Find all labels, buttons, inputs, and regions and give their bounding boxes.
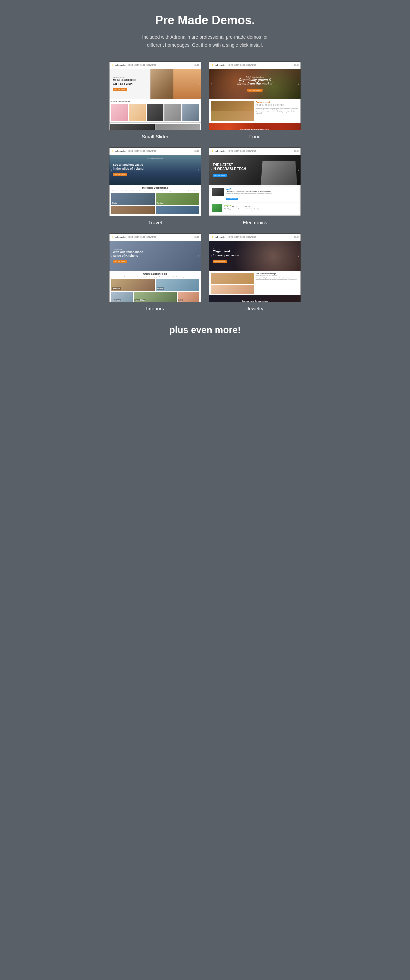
ss-product-3[interactable] xyxy=(147,104,163,121)
travel-hero: The rugged beauty of Kerry See an ancien… xyxy=(109,155,201,185)
interiors-grid2: Bathroom Home Office Kids xyxy=(111,292,199,302)
travel-hero-btn[interactable]: GET THE THEME! xyxy=(113,173,127,177)
demo-screenshot-jewelry[interactable]: ⚡ adrenalin HOME SHOP BLOG SHOWCASE $0.0… xyxy=(209,233,301,302)
nav-links: HOME SHOP BLOG SHOWCASE xyxy=(128,64,156,66)
demo-item-electronics: ⚡ adrenalin HOME SHOP BLOG SHOWCASE $0.0… xyxy=(209,147,301,225)
food-arrow-right[interactable]: › xyxy=(298,81,299,87)
travel-dest-item2[interactable] xyxy=(156,206,199,214)
int-kitchen[interactable]: Kitchen xyxy=(156,279,199,291)
ss-arrow-right[interactable]: › xyxy=(198,81,199,87)
interiors-hero-text: Cook in style With our Italian maderange… xyxy=(113,248,143,264)
jwl-nav-logo: ⚡ adrenalin xyxy=(211,235,225,238)
plus-more: plus even more! xyxy=(169,325,241,335)
interiors-grid: Bedroom Kitchen xyxy=(111,279,199,291)
demo-screenshot-small-slider[interactable]: ⚡ adrenalin HOME SHOP BLOG SHOWCASE $0.0… xyxy=(109,61,201,130)
ss-hero: SALE NOW ON MENS FASHIONGET STYLISH! GET… xyxy=(109,69,201,99)
demo-label-jewelry: Jewelry xyxy=(247,305,264,311)
food-bottom-banner: Mouth-wateringly delicious! xyxy=(209,123,301,130)
demo-item-food: ⚡ adrenalin HOME SHOP BLOG SHOWCASE $0.0… xyxy=(209,61,301,139)
jewelry-content: The Swarovski Range Makes a beautiful gi… xyxy=(209,271,301,295)
elec-nav: ⚡ adrenalin HOME SHOP BLOG SHOWCASE $0.0… xyxy=(209,148,301,155)
food-bottom-text: Mouth-wateringly delicious! xyxy=(240,128,271,130)
int-nav-logo: ⚡ adrenalin xyxy=(111,235,125,238)
food-hero-text: Today's fresh ingredients Organically gr… xyxy=(237,76,272,92)
int-arrow-right[interactable]: › xyxy=(198,253,199,259)
food-left-images xyxy=(211,101,254,121)
travel-hero-text: See an ancient castlein the wilds of Ire… xyxy=(113,163,143,177)
travel-dest-item1[interactable] xyxy=(111,206,155,214)
food-nav-logo: ⚡ adrenalin xyxy=(211,64,225,66)
demo-item-travel: ⚡ adrenalin HOME SHOP BLOG SHOWCASE $0.0… xyxy=(109,147,201,225)
elec-hero-text: THE LATESTIN WEARABLE TECH GET THE THEME… xyxy=(213,163,246,177)
demo-screenshot-food[interactable]: ⚡ adrenalin HOME SHOP BLOG SHOWCASE $0.0… xyxy=(209,61,301,130)
jewelry-right-text: The Swarovski Range Makes a beautiful gi… xyxy=(256,273,299,294)
page-wrapper: Pre Made Demos. Included with Adrenalin … xyxy=(103,0,307,355)
elec-products: VAIO The most stunning laptop on the mar… xyxy=(209,185,301,216)
int-bedroom[interactable]: Bedroom xyxy=(111,279,155,291)
int-nav: ⚡ adrenalin HOME SHOP BLOG SHOWCASE $0.0… xyxy=(109,234,201,241)
ss-product-1[interactable] xyxy=(111,104,128,121)
ss-hero-text: SALE NOW ON MENS FASHIONGET STYLISH! GET… xyxy=(113,76,136,92)
demo-screenshot-electronics[interactable]: ⚡ adrenalin HOME SHOP BLOG SHOWCASE $0.0… xyxy=(209,147,301,216)
demo-item-interiors: ⚡ adrenalin HOME SHOP BLOG SHOWCASE $0.0… xyxy=(109,233,201,311)
ss-arrow-left[interactable]: ‹ xyxy=(111,81,112,87)
demos-grid: ⚡ adrenalin HOME SHOP BLOG SHOWCASE $0.0… xyxy=(109,61,301,311)
page-title: Pre Made Demos. xyxy=(155,13,255,27)
ss-hero-btn[interactable]: GET THE THEME! xyxy=(113,88,127,91)
food-img-bread xyxy=(211,101,254,111)
travel-dest-venice[interactable]: Venice xyxy=(156,193,199,205)
ss-bottom-banners: Men's Fashion Women's Clothing xyxy=(109,123,201,130)
elec-vaio-img xyxy=(212,188,224,196)
food-img-coffee xyxy=(211,111,254,121)
ss-banner-men[interactable]: Men's Fashion xyxy=(110,124,155,130)
vaio-btn[interactable]: GET THE THEME! xyxy=(226,198,238,200)
jewelry-bottom-banner: Jewelry worn by superstars xyxy=(209,295,301,302)
travel-arrow-left[interactable]: ‹ xyxy=(111,167,112,173)
demo-label-interiors: Interiors xyxy=(146,305,164,311)
ss-banner-women[interactable]: Women's Clothing xyxy=(155,124,200,130)
jwl-arrow-left[interactable]: ‹ xyxy=(211,253,212,259)
ss-products: LATEST PRODUCTS xyxy=(109,99,201,123)
int-kids[interactable]: Kids xyxy=(178,292,199,302)
jewelry-hero-btn[interactable]: GET THE THEME! xyxy=(213,260,227,263)
food-arrow-left[interactable]: ‹ xyxy=(211,81,212,87)
ss-product-5[interactable] xyxy=(182,104,199,121)
ss-product-4[interactable] xyxy=(165,104,181,121)
travel-nav-logo: ⚡ adrenalin xyxy=(111,150,125,152)
food-middle: Delicious! FOODS, BREAD & COFFEE Our att… xyxy=(209,99,301,123)
elec-android-img xyxy=(212,204,222,212)
interiors-hero-btn[interactable]: GET THE THEME! xyxy=(113,260,127,263)
jewelry-hero-text: Pearl earrings Elegant lookfor every occ… xyxy=(213,248,239,263)
travel-nav: ⚡ adrenalin HOME SHOP BLOG SHOWCASE $0.0… xyxy=(109,148,201,155)
elec-android-text: android New Range of Smartphones and Tab… xyxy=(224,204,260,210)
single-click-link[interactable]: single click install xyxy=(226,42,261,48)
jewelry-img1 xyxy=(211,273,254,284)
int-home-office[interactable]: Home Office xyxy=(134,292,177,302)
jewelry-left-images xyxy=(211,273,254,294)
food-hero: Today's fresh ingredients Organically gr… xyxy=(209,69,301,99)
food-nav: ⚡ adrenalin HOME SHOP BLOG SHOWCASE $0.0… xyxy=(209,62,301,69)
elec-nav-logo: ⚡ adrenalin xyxy=(211,150,225,152)
ss-product-2[interactable] xyxy=(129,104,146,121)
elec-arrow-left[interactable]: ‹ xyxy=(211,167,212,173)
demo-item-small-slider: ⚡ adrenalin HOME SHOP BLOG SHOWCASE $0.0… xyxy=(109,61,201,139)
food-right-text: Delicious! FOODS, BREAD & COFFEE Our att… xyxy=(256,101,299,121)
travel-dest-paris[interactable]: Paris xyxy=(111,193,155,205)
demo-screenshot-travel[interactable]: ⚡ adrenalin HOME SHOP BLOG SHOWCASE $0.0… xyxy=(109,147,201,216)
food-hero-btn[interactable]: GET THE THEME! xyxy=(247,89,262,92)
elec-hero-img xyxy=(261,161,297,185)
elec-hero-btn[interactable]: GET THE THEME! xyxy=(213,173,227,177)
nav-logo: ⚡ adrenalin xyxy=(111,64,125,66)
elec-arrow-right[interactable]: › xyxy=(298,167,299,173)
elec-vaio-text: VAIO The most stunning laptop on the mar… xyxy=(226,188,272,200)
int-arrow-left[interactable]: ‹ xyxy=(111,253,112,259)
jewelry-img2 xyxy=(211,285,254,294)
travel-arrow-right[interactable]: › xyxy=(198,167,199,173)
ss-product-grid xyxy=(111,104,199,121)
jewelry-hero: Pearl earrings Elegant lookfor every occ… xyxy=(209,241,301,271)
travel-dest-grid: Paris Venice xyxy=(111,193,199,205)
demo-screenshot-interiors[interactable]: ⚡ adrenalin HOME SHOP BLOG SHOWCASE $0.0… xyxy=(109,233,201,302)
jwl-arrow-right[interactable]: › xyxy=(298,253,299,259)
demo-label-small-slider: Small Slider xyxy=(142,134,168,139)
int-bathroom[interactable]: Bathroom xyxy=(111,292,133,302)
